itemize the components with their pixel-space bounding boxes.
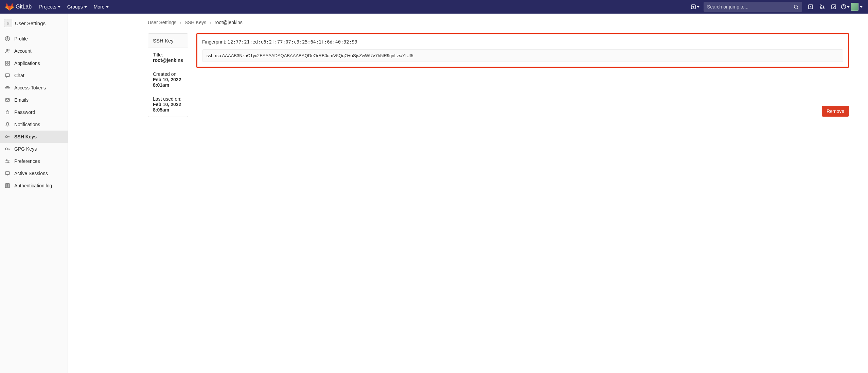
- merge-request-icon: [819, 4, 825, 10]
- svg-rect-18: [5, 74, 10, 77]
- gitlab-logo[interactable]: GitLab: [5, 3, 32, 11]
- bell-icon: [5, 122, 10, 127]
- key-icon: [5, 146, 10, 152]
- sidebar-item-gpg-keys[interactable]: GPG Keys: [0, 143, 68, 155]
- sidebar-item-profile[interactable]: Profile: [0, 33, 68, 45]
- svg-rect-15: [8, 61, 10, 63]
- sidebar-item-label: Access Tokens: [14, 85, 46, 90]
- sidebar-item-applications[interactable]: Applications: [0, 57, 68, 69]
- svg-rect-16: [5, 64, 7, 65]
- new-menu[interactable]: [689, 0, 701, 14]
- highlighted-key-panel: Fingerprint: 12:77:21:ed:c6:2f:77:07:c9:…: [196, 33, 849, 68]
- breadcrumb-link[interactable]: SSH Keys: [185, 20, 207, 25]
- search-field[interactable]: [704, 2, 802, 12]
- main-content: User Settings › SSH Keys › root@jenkins …: [68, 14, 868, 373]
- breadcrumb: User Settings › SSH Keys › root@jenkins: [148, 20, 471, 25]
- sidebar-item-label: Active Sessions: [14, 171, 48, 176]
- mail-icon: [5, 97, 10, 103]
- chevron-down-icon: [697, 6, 699, 8]
- sidebar-header: gl User Settings: [0, 14, 68, 33]
- chevron-down-icon: [58, 6, 60, 8]
- topbar: GitLab Projects Groups More: [0, 0, 868, 14]
- sidebar-item-account[interactable]: Account: [0, 45, 68, 57]
- issues-icon-btn[interactable]: [805, 0, 816, 14]
- key-icon: [5, 134, 10, 139]
- breadcrumb-current: root@jenkins: [215, 20, 243, 25]
- apps-icon: [5, 61, 10, 66]
- monitor-icon: [5, 171, 10, 176]
- user-gear-icon: [5, 48, 10, 54]
- svg-rect-14: [5, 61, 7, 63]
- todos-icon-btn[interactable]: [828, 0, 839, 14]
- gitlab-icon: [5, 3, 14, 11]
- chevron-down-icon: [847, 6, 850, 8]
- svg-point-21: [7, 87, 8, 88]
- svg-point-25: [5, 136, 7, 138]
- svg-point-27: [6, 160, 7, 161]
- svg-rect-24: [6, 112, 9, 114]
- fingerprint-line: Fingerprint: 12:77:21:ed:c6:2f:77:07:c9:…: [202, 39, 843, 45]
- sidebar-item-label: Account: [14, 48, 32, 54]
- sidebar-avatar-broken: gl: [4, 19, 12, 27]
- svg-rect-17: [8, 64, 10, 65]
- list-icon: [5, 183, 10, 188]
- sidebar-item-ssh-keys[interactable]: SSH Keys: [0, 131, 68, 143]
- breadcrumb-separator: ›: [180, 20, 181, 25]
- nav-projects[interactable]: Projects: [36, 0, 64, 14]
- user-circle-icon: [5, 36, 10, 41]
- remove-button[interactable]: Remove: [822, 106, 849, 117]
- sidebar-title: User Settings: [15, 20, 46, 26]
- card-header: SSH Key: [148, 34, 188, 48]
- sliders-icon: [5, 158, 10, 164]
- sidebar-item-label: Emails: [14, 97, 29, 103]
- search-input[interactable]: [707, 4, 794, 10]
- chevron-down-icon: [84, 6, 87, 8]
- sidebar-item-label: Preferences: [14, 158, 40, 164]
- merge-requests-icon-btn[interactable]: [816, 0, 828, 14]
- card-title-row: Title: root@jenkins: [148, 48, 188, 67]
- help-icon: [841, 4, 846, 10]
- sidebar-item-label: SSH Keys: [14, 134, 37, 139]
- nav-more[interactable]: More: [90, 0, 112, 14]
- svg-point-22: [8, 87, 9, 88]
- issues-icon: [808, 4, 813, 10]
- lock-icon: [5, 109, 10, 115]
- card-lastused-row: Last used on: Feb 10, 2022 8:05am: [148, 92, 188, 117]
- chevron-down-icon: [860, 6, 863, 8]
- breadcrumb-link[interactable]: User Settings: [148, 20, 176, 25]
- chevron-down-icon: [106, 6, 109, 8]
- ssh-key-card: SSH Key Title: root@jenkins Created on: …: [148, 33, 188, 117]
- sidebar-item-label: Password: [14, 109, 35, 115]
- sidebar-item-notifications[interactable]: Notifications: [0, 118, 68, 131]
- sidebar-item-chat[interactable]: Chat: [0, 69, 68, 82]
- sidebar-item-authentication-log[interactable]: Authentication log: [0, 180, 68, 192]
- fingerprint-value: 12:77:21:ed:c6:2f:77:07:c9:25:64:1f:6d:4…: [228, 39, 357, 45]
- sidebar: gl User Settings ProfileAccountApplicati…: [0, 14, 68, 373]
- todos-icon: [831, 4, 836, 10]
- sidebar-item-label: GPG Keys: [14, 146, 37, 152]
- svg-point-20: [6, 87, 7, 88]
- svg-point-4: [820, 5, 821, 6]
- svg-point-5: [820, 7, 821, 9]
- sidebar-item-access-tokens[interactable]: Access Tokens: [0, 82, 68, 94]
- chat-icon: [5, 73, 10, 78]
- token-icon: [5, 85, 10, 90]
- plus-icon: [691, 4, 696, 10]
- user-menu[interactable]: [851, 0, 863, 14]
- svg-point-1: [794, 5, 797, 8]
- nav-groups[interactable]: Groups: [64, 0, 90, 14]
- svg-point-9: [843, 8, 844, 9]
- sidebar-item-active-sessions[interactable]: Active Sessions: [0, 167, 68, 180]
- ssh-key-textbox[interactable]: ssh-rsa AAAAB3NzaC1yc2EAAAADAQABAAABAQDe…: [202, 49, 843, 62]
- sidebar-item-label: Authentication log: [14, 183, 52, 188]
- svg-point-3: [810, 6, 811, 7]
- sidebar-item-preferences[interactable]: Preferences: [0, 155, 68, 167]
- sidebar-item-emails[interactable]: Emails: [0, 94, 68, 106]
- sidebar-item-password[interactable]: Password: [0, 106, 68, 118]
- sidebar-item-label: Profile: [14, 36, 28, 41]
- svg-point-6: [823, 7, 824, 9]
- sidebar-item-label: Notifications: [14, 122, 40, 127]
- avatar: [851, 3, 858, 11]
- svg-rect-23: [5, 99, 10, 101]
- help-menu[interactable]: [839, 0, 851, 14]
